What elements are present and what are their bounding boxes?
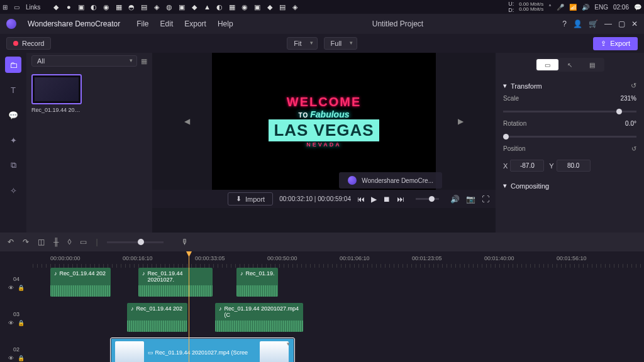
menu-file[interactable]: File	[136, 19, 148, 28]
tray-chevron-icon[interactable]: ˄	[548, 4, 552, 11]
stickers-tab[interactable]: ✦	[5, 132, 21, 148]
fullscreen-icon[interactable]: ⛶	[482, 195, 489, 204]
reset-transform-icon[interactable]: ↺	[631, 82, 636, 90]
audio-clip[interactable]: ♪Rec_01.19.44 202	[127, 303, 187, 332]
wifi-icon[interactable]: 📶	[569, 4, 577, 11]
lock-icon[interactable]: 🔒	[18, 320, 25, 326]
app-icon[interactable]: ▣	[77, 3, 86, 11]
transform-section[interactable]: ▾ Transform ↺	[503, 82, 636, 90]
playhead[interactable]	[189, 251, 189, 362]
annotations-tab[interactable]: 💬	[5, 107, 21, 123]
audio-clip[interactable]: ♪Rec_01.19.	[236, 268, 278, 297]
preview-video[interactable]: ◀ ▶ WELCOME TO Fabulous LAS VEGAS NEVADA…	[212, 53, 436, 190]
cart-icon[interactable]: 🛒	[589, 19, 598, 28]
app-icon[interactable]: ▦	[228, 3, 236, 11]
quality-full-select[interactable]: Full	[324, 37, 358, 50]
timeline-zoom-slider[interactable]	[107, 241, 164, 243]
toast-logo-icon	[348, 176, 357, 185]
help-icon[interactable]: ?	[562, 19, 567, 28]
visibility-icon[interactable]: 👁	[8, 355, 14, 361]
snapshot-icon[interactable]: 📷	[466, 195, 475, 204]
split-icon[interactable]: ╫	[53, 238, 59, 246]
crop-icon[interactable]: ◫	[38, 238, 45, 246]
app-icon[interactable]: ▣	[177, 3, 186, 11]
app-icon[interactable]: ●	[64, 3, 73, 11]
app-icon[interactable]: ▣	[253, 3, 262, 11]
audio-clip[interactable]: ♪Rec_01.19.44 20201027.mp4 (C	[215, 303, 303, 332]
props-tab-video[interactable]: ▭	[536, 59, 558, 70]
app-icon[interactable]: ▤	[278, 3, 287, 11]
menu-edit[interactable]: Edit	[160, 19, 174, 28]
prev-frame-nav[interactable]: ◀	[182, 114, 192, 128]
start-icon[interactable]: ⊞	[3, 4, 8, 11]
time-ruler[interactable]: 00:00:00:00 00:00:16:10 00:00:33:05 00:0…	[33, 251, 644, 268]
app-icon[interactable]: ◆	[265, 3, 274, 11]
maximize-icon[interactable]: ▢	[618, 19, 625, 28]
effects-tab[interactable]: ✧	[5, 182, 21, 199]
audio-clip[interactable]: ♪Rec_01.19.44 202	[50, 268, 111, 297]
app-icon[interactable]: ◉	[102, 3, 111, 11]
stop-button[interactable]: ⏹	[383, 195, 391, 204]
clock[interactable]: 02:06	[613, 4, 629, 11]
titles-tab[interactable]: T	[5, 82, 21, 98]
video-clip[interactable]: ▭ Rec_01.19.44 20201027.mp4 (Scree	[111, 338, 294, 362]
visibility-icon[interactable]: 👁	[8, 285, 14, 291]
app-icon[interactable]: ◓	[127, 3, 136, 11]
app-icon[interactable]: ◈	[291, 3, 299, 11]
app-icon[interactable]: ◈	[152, 3, 161, 11]
app-icon[interactable]: ◆	[52, 3, 60, 11]
app-icon[interactable]: ◐	[215, 3, 224, 11]
redo-icon[interactable]: ↷	[23, 238, 29, 246]
record-button[interactable]: Record	[6, 37, 51, 50]
y-input[interactable]	[557, 160, 591, 172]
marker-icon[interactable]: ◊	[68, 238, 72, 246]
notifications-icon[interactable]: 💬	[634, 4, 641, 11]
import-button[interactable]: ⬇ Import	[228, 192, 273, 206]
menu-help[interactable]: Help	[218, 19, 233, 28]
app-icon[interactable]: ◍	[165, 3, 174, 11]
app-icon[interactable]: ▲	[203, 3, 211, 11]
close-icon[interactable]: ✕	[631, 19, 638, 28]
next-frame-nav[interactable]: ▶	[455, 114, 466, 128]
compositing-section[interactable]: ▾ Compositing	[503, 182, 636, 190]
reset-position-icon[interactable]: ↺	[631, 145, 636, 152]
scale-slider[interactable]	[503, 111, 636, 112]
menu-export[interactable]: Export	[184, 19, 206, 28]
rotation-slider[interactable]	[503, 136, 636, 138]
media-filter-select[interactable]: All	[31, 55, 137, 67]
zoom-fit-select[interactable]: Fit	[287, 37, 317, 50]
taskbar-links[interactable]: Links	[26, 4, 40, 11]
app-icon[interactable]: ◆	[190, 3, 199, 11]
play-button[interactable]: ▶	[371, 195, 377, 204]
audio-clip[interactable]: ♪Rec_01.19.44 20201027.	[138, 268, 213, 297]
props-tab-cursor[interactable]: ↖	[558, 59, 580, 70]
aspect-icon[interactable]: ▭	[80, 238, 87, 246]
media-tab[interactable]: 🗀	[5, 57, 21, 73]
visibility-icon[interactable]: 👁	[8, 320, 14, 326]
transitions-tab[interactable]: ⧉	[5, 157, 21, 173]
lock-icon[interactable]: 🔒	[18, 285, 25, 291]
volume-icon[interactable]: 🔊	[582, 4, 589, 11]
x-input[interactable]	[510, 160, 544, 172]
task-view-icon[interactable]: ▭	[14, 4, 19, 11]
app-icon[interactable]: ▦	[114, 3, 123, 11]
lock-icon[interactable]: 🔒	[18, 355, 25, 361]
audio-icon: ♪	[54, 270, 57, 277]
props-tab-audio[interactable]: ▤	[581, 59, 603, 70]
mute-icon[interactable]: 🔊	[450, 195, 460, 204]
undo-icon[interactable]: ↶	[8, 238, 14, 246]
preview-scrubber[interactable]	[416, 198, 439, 200]
media-thumbnail[interactable]	[31, 74, 82, 104]
app-icon[interactable]: ◐	[89, 3, 98, 11]
next-button[interactable]: ⏭	[397, 195, 404, 204]
prev-button[interactable]: ⏮	[357, 195, 365, 204]
minimize-icon[interactable]: ―	[604, 19, 612, 28]
export-button[interactable]: ⇪ Export	[593, 37, 638, 50]
mic-icon[interactable]: 🎤	[557, 4, 564, 11]
account-icon[interactable]: 👤	[573, 19, 582, 28]
app-icon[interactable]: ▤	[140, 3, 148, 11]
app-icon[interactable]: ◉	[240, 3, 249, 11]
voiceover-icon[interactable]: 🎙	[181, 238, 189, 246]
lang-indicator[interactable]: ENG	[594, 4, 608, 11]
grid-view-icon[interactable]: ▦	[141, 57, 147, 65]
